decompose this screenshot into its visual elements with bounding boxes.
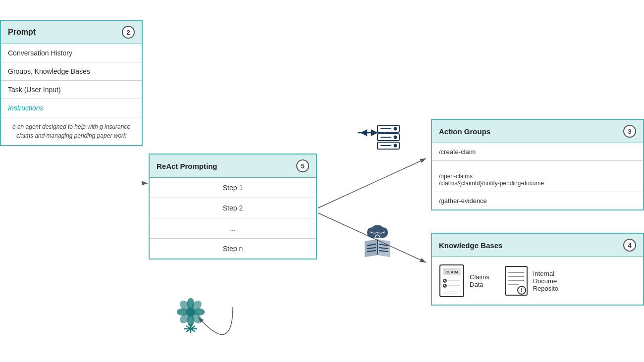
svg-point-27 <box>394 128 397 130</box>
prompt-badge: 2 <box>122 26 135 39</box>
action-row-open-claims: /open-claims /claims/{claimId}/notify-pe… <box>432 161 643 192</box>
knowledge-book-icon <box>360 223 397 264</box>
prompt-title: Prompt <box>8 28 36 37</box>
action-groups-badge: 3 <box>623 125 636 138</box>
kb-item-internal: i Internal Docume Reposito <box>504 265 558 296</box>
svg-point-28 <box>394 136 397 139</box>
svg-point-29 <box>394 145 397 147</box>
brain-flower-icon <box>171 295 211 336</box>
action-groups-header: Action Groups 3 <box>432 120 643 143</box>
diagram-container: Prompt 2 Conversation History Groups, Kn… <box>0 0 644 362</box>
claims-data-label: Claims Data <box>470 273 489 288</box>
internal-doc-icon: i <box>504 265 528 296</box>
action-row-create-claim: /create-claim <box>432 143 643 161</box>
prompt-row-conversation: Conversation History <box>1 44 142 62</box>
prompt-row-instructions: Instructions <box>1 99 142 117</box>
knowledge-bases-title: Knowledge Bases <box>439 241 502 250</box>
prompt-row-task: Task (User Input) <box>1 81 142 99</box>
react-title: ReAct Prompting <box>157 162 217 170</box>
knowledge-bases-badge: 4 <box>623 239 636 252</box>
react-header: ReAct Prompting 5 <box>150 155 316 178</box>
react-prompting-box: ReAct Prompting 5 Step 1 Step 2 ... Step… <box>149 154 317 259</box>
claims-doc-icon: CLAIM <box>439 264 465 298</box>
react-step-1: Step 1 <box>150 178 316 198</box>
prompt-row-groups: Groups, Knowledge Bases <box>1 62 142 81</box>
svg-text:i: i <box>521 287 522 293</box>
react-step-n: Step n <box>150 239 316 259</box>
react-step-2: Step 2 <box>150 198 316 218</box>
action-row-gather-evidence: /gather-evidence <box>432 192 643 209</box>
prompt-header: Prompt 2 <box>1 21 142 44</box>
svg-marker-23 <box>362 130 367 135</box>
svg-text:CLAIM: CLAIM <box>445 270 458 274</box>
knowledge-bases-header: Knowledge Bases 4 <box>432 234 643 257</box>
action-groups-title: Action Groups <box>439 127 490 136</box>
kb-item-claims: CLAIM Claims Data <box>439 264 489 298</box>
knowledge-bases-content: CLAIM Claims Data <box>432 257 643 305</box>
action-groups-box: Action Groups 3 /create-claim /open-clai… <box>431 119 644 210</box>
prompt-description: e an agent designed to help with g insur… <box>1 117 142 145</box>
internal-doc-label: Internal Docume Reposito <box>533 270 558 292</box>
svg-line-3 <box>318 158 426 208</box>
react-step-ellipsis: ... <box>150 218 316 239</box>
react-badge: 5 <box>296 159 309 172</box>
server-database-icon <box>357 123 401 159</box>
knowledge-bases-box: Knowledge Bases 4 CLAIM <box>431 233 644 306</box>
prompt-box: Prompt 2 Conversation History Groups, Kn… <box>0 20 143 146</box>
